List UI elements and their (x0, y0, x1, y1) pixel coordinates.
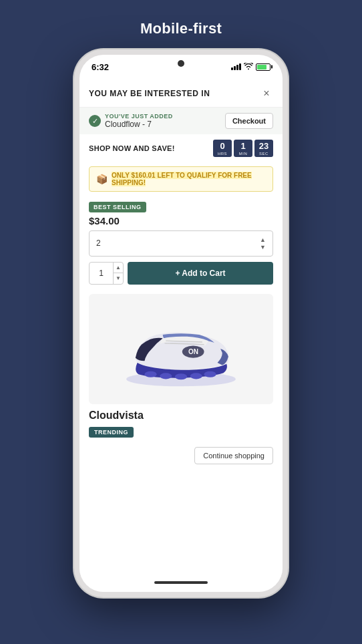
svg-point-5 (144, 371, 156, 377)
quantity-up-arrow[interactable]: ▲ (114, 263, 123, 274)
home-indicator[interactable] (154, 581, 208, 584)
added-label: YOU'VE JUST ADDED (105, 113, 173, 120)
phone-frame: 6:32 YOU MAY BE INTERESTED IN × (74, 49, 288, 597)
add-to-cart-button[interactable]: + Add to Cart (128, 262, 273, 285)
product-image: ON (89, 294, 273, 404)
continue-shopping-button[interactable]: Continue shopping (194, 447, 273, 464)
side-buttons-right (287, 168, 288, 208)
hours-block: 0 HRS (213, 140, 232, 157)
timer-blocks: 0 HRS 1 MIN 23 SEC (213, 140, 273, 157)
modal-title: YOU MAY BE INTERESTED IN (89, 89, 210, 98)
check-icon: ✓ (89, 115, 101, 127)
checkout-button[interactable]: Checkout (225, 113, 273, 129)
status-time: 6:32 (92, 62, 109, 72)
added-banner: ✓ YOU'VE JUST ADDED Cloudflow - 7 Checko… (79, 108, 283, 134)
volume-up-button[interactable] (74, 174, 75, 206)
modal-header: YOU MAY BE INTERESTED IN × (79, 79, 283, 108)
shop-now-label: SHOP NOW AND SAVE! (89, 144, 175, 152)
shipping-banner: 📦 ONLY $160.01 LEFT TO QUALIFY FOR FREE … (89, 166, 273, 192)
product-name-section: Cloudvista TRENDING (79, 410, 283, 447)
minutes-label: MIN (235, 152, 251, 157)
side-buttons-left (74, 148, 75, 245)
added-product-name: Cloudflow - 7 (105, 120, 173, 129)
quantity-value: 1 (89, 269, 113, 278)
power-button[interactable] (287, 168, 288, 208)
signal-icon (231, 63, 241, 70)
box-icon: 📦 (96, 174, 108, 184)
trending-badge: TRENDING (89, 427, 134, 438)
wifi-icon (244, 63, 253, 71)
minutes-block: 1 MIN (234, 140, 252, 157)
added-text: YOU'VE JUST ADDED Cloudflow - 7 (105, 113, 173, 129)
quantity-input[interactable]: 1 ▲ ▼ (89, 262, 124, 285)
product-name: Cloudvista (89, 410, 273, 422)
minutes-value: 1 (235, 141, 251, 152)
svg-point-9 (204, 371, 216, 377)
camera-notch (178, 60, 184, 67)
hours-label: HRS (214, 152, 230, 157)
quantity-arrows: ▲ ▼ (113, 263, 123, 284)
svg-point-6 (160, 373, 172, 379)
add-to-cart-row: 1 ▲ ▼ + Add to Cart (89, 262, 273, 285)
timer-section: SHOP NOW AND SAVE! 0 HRS 1 MIN 23 SEC (79, 134, 283, 162)
svg-point-8 (190, 373, 202, 379)
added-info: ✓ YOU'VE JUST ADDED Cloudflow - 7 (89, 113, 173, 129)
status-bar: 6:32 (79, 55, 283, 79)
continue-shopping-row: Continue shopping (79, 447, 283, 471)
mute-button[interactable] (74, 148, 75, 167)
close-button[interactable]: × (260, 87, 273, 100)
dropdown-value: 2 (96, 238, 101, 248)
seconds-label: SEC (256, 152, 272, 157)
size-dropdown[interactable]: 2 ▲ ▼ (89, 230, 273, 257)
shipping-highlight: $160.01 LEFT TO (131, 172, 184, 179)
svg-point-7 (175, 373, 187, 379)
status-icons (231, 63, 270, 71)
volume-down-button[interactable] (74, 212, 75, 245)
dropdown-arrows-icon: ▲ ▼ (260, 236, 266, 251)
phone-content: YOU MAY BE INTERESTED IN × ✓ YOU'VE JUST… (79, 79, 283, 573)
shipping-prefix: ONLY (112, 172, 131, 179)
battery-icon (256, 63, 270, 71)
product-price: $34.00 (89, 215, 273, 226)
page-title: Mobile-first (140, 20, 222, 37)
shipping-text: ONLY $160.01 LEFT TO QUALIFY FOR FREE SH… (112, 172, 266, 186)
hours-value: 0 (214, 141, 230, 152)
seconds-block: 23 SEC (254, 140, 273, 157)
svg-text:ON: ON (188, 348, 198, 355)
phone-bottom (79, 573, 283, 592)
best-selling-badge: BEST SELLING (89, 202, 146, 212)
seconds-value: 23 (256, 141, 272, 152)
product-section: BEST SELLING $34.00 2 ▲ ▼ 1 ▲ ▼ (79, 196, 283, 289)
quantity-down-arrow[interactable]: ▼ (114, 273, 123, 284)
